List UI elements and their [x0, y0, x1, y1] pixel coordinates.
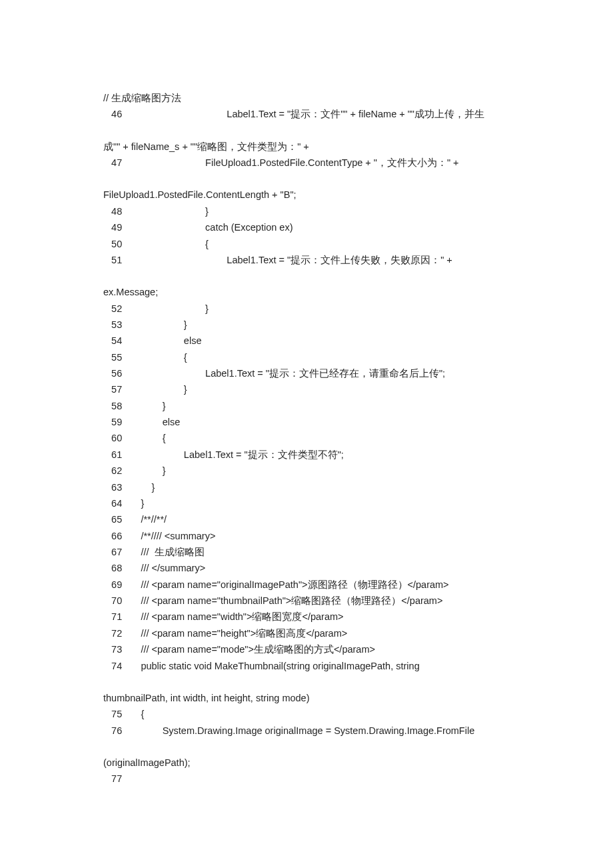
- code-line: 47 FileUpload1.PostedFile.ContentType + …: [103, 155, 510, 171]
- code-line: 62 }: [103, 463, 510, 479]
- code-block: 46 Label1.Text = "提示：文件"" + fileName + "…: [103, 106, 510, 787]
- code-continuation: thumbnailPath, int width, int height, st…: [103, 690, 510, 706]
- blank-line: [103, 171, 510, 187]
- blank-line: [103, 268, 510, 284]
- code-line: 53 }: [103, 317, 510, 333]
- code-line: 58 }: [103, 398, 510, 414]
- code-line: 69 /// <param name="originalImagePath">源…: [103, 577, 510, 593]
- code-line: 71 /// <param name="width">缩略图宽度</param>: [103, 609, 510, 625]
- blank-line: [103, 674, 510, 690]
- code-continuation: (originalImagePath);: [103, 755, 510, 771]
- code-line: 50 {: [103, 236, 510, 252]
- code-line: 51 Label1.Text = "提示：文件上传失败，失败原因：" +: [103, 252, 510, 268]
- code-line: 64 }: [103, 495, 510, 511]
- code-line: 48 }: [103, 203, 510, 219]
- code-line: 68 /// </summary>: [103, 560, 510, 576]
- code-line: 66 /**//// <summary>: [103, 528, 510, 544]
- blank-line: [103, 739, 510, 755]
- code-line: 52 }: [103, 301, 510, 317]
- document-page: // 生成缩略图方法 46 Label1.Text = "提示：文件"" + f…: [0, 0, 613, 827]
- code-line: 63 }: [103, 479, 510, 495]
- code-line: 57 }: [103, 381, 510, 397]
- code-line: 54 else: [103, 333, 510, 349]
- code-line: 76 System.Drawing.Image originalImage = …: [103, 723, 510, 739]
- code-continuation: FileUpload1.PostedFile.ContentLength + "…: [103, 187, 510, 203]
- code-line: 46 Label1.Text = "提示：文件"" + fileName + "…: [103, 106, 510, 122]
- code-line: 59 else: [103, 414, 510, 430]
- code-line: 65 /**//**/: [103, 511, 510, 527]
- code-line: 72 /// <param name="height">缩略图高度</param…: [103, 625, 510, 641]
- code-line: 74 public static void MakeThumbnail(stri…: [103, 658, 510, 674]
- code-line: 75 {: [103, 706, 510, 722]
- code-line: 67 /// 生成缩略图: [103, 544, 510, 560]
- code-continuation: 成"" + fileName_s + ""缩略图，文件类型为：" +: [103, 139, 510, 155]
- blank-line: [103, 123, 510, 139]
- code-continuation: ex.Message;: [103, 284, 510, 300]
- code-line: 60 {: [103, 430, 510, 446]
- code-line: 73 /// <param name="mode">生成缩略图的方式</para…: [103, 641, 510, 657]
- code-line: 77: [103, 771, 510, 787]
- code-line: 49 catch (Exception ex): [103, 219, 510, 235]
- code-line: 55 {: [103, 349, 510, 365]
- code-line: 56 Label1.Text = "提示：文件已经存在，请重命名后上传";: [103, 365, 510, 381]
- code-line: 61 Label1.Text = "提示：文件类型不符";: [103, 447, 510, 463]
- page-title: // 生成缩略图方法: [103, 90, 510, 106]
- code-line: 70 /// <param name="thumbnailPath">缩略图路径…: [103, 593, 510, 609]
